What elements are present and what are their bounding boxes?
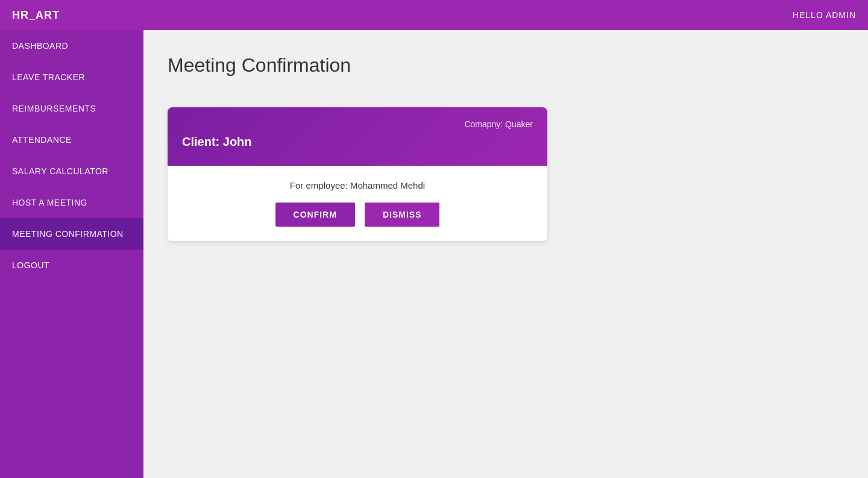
sidebar-item-dashboard[interactable]: DASHBOARD [0, 30, 143, 61]
main-content: Meeting Confirmation Comapny: Quaker Cli… [143, 30, 868, 478]
dismiss-button[interactable]: DISMISS [365, 203, 440, 227]
sidebar-item-logout[interactable]: LOGOUT [0, 250, 143, 281]
card-header: Comapny: Quaker Client: John [168, 107, 547, 166]
card-actions: CONFIRM DISMISS [180, 203, 535, 227]
divider [168, 95, 844, 95]
sidebar-item-host-meeting[interactable]: HOST A MEETING [0, 187, 143, 218]
layout: DASHBOARD LEAVE TRACKER REIMBURSEMENTS A… [0, 30, 868, 478]
card-client: Client: John [182, 135, 533, 149]
sidebar-item-leave-tracker[interactable]: LEAVE TRACKER [0, 61, 143, 93]
sidebar: DASHBOARD LEAVE TRACKER REIMBURSEMENTS A… [0, 30, 143, 478]
user-greeting: HELLO ADMIN [793, 10, 856, 20]
card-body: For employee: Mohammed Mehdi CONFIRM DIS… [168, 166, 547, 241]
top-nav: HR_ART HELLO ADMIN [0, 0, 868, 30]
sidebar-item-attendance[interactable]: ATTENDANCE [0, 124, 143, 156]
sidebar-item-salary-calculator[interactable]: SALARY CALCULATOR [0, 156, 143, 187]
confirm-button[interactable]: CONFIRM [275, 203, 355, 227]
page-title: Meeting Confirmation [168, 54, 844, 77]
sidebar-item-meeting-confirmation[interactable]: MEETING CONFIRMATION [0, 218, 143, 250]
meeting-card: Comapny: Quaker Client: John For employe… [168, 107, 547, 241]
app-logo: HR_ART [12, 9, 60, 22]
card-employee-text: For employee: Mohammed Mehdi [180, 180, 535, 190]
card-company: Comapny: Quaker [182, 119, 533, 129]
sidebar-item-reimbursements[interactable]: REIMBURSEMENTS [0, 93, 143, 124]
